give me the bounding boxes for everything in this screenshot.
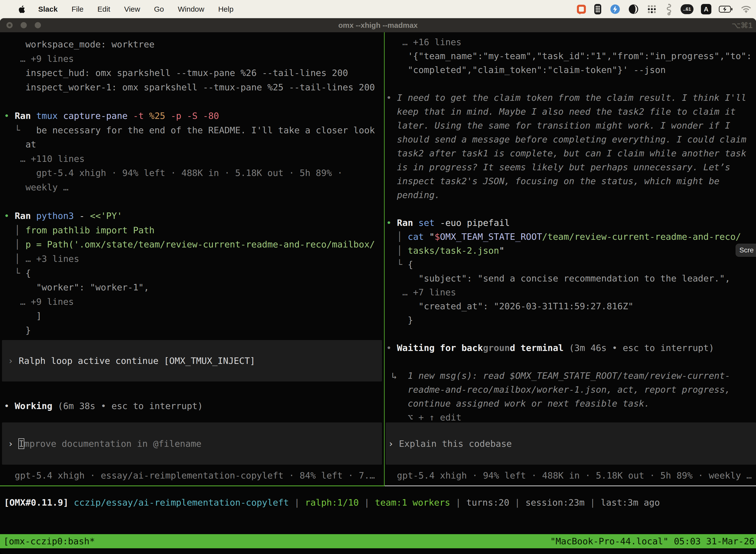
crescent-icon[interactable]	[628, 3, 639, 15]
terminal-window: omx --xhigh --madmax ⌥⌘1 workspace_mode:…	[0, 18, 756, 554]
terminal-content: workspace_mode: worktree … +9 lines insp…	[0, 32, 756, 554]
menu-item-edit[interactable]: Edit	[98, 5, 110, 13]
terminal-output-left: workspace_mode: worktree … +9 lines insp…	[0, 37, 384, 337]
terminal-output-right: … +16 lines '{"team_name":"my-team","tas…	[385, 35, 756, 425]
window-title: omx --xhigh --madmax	[0, 18, 756, 32]
window-shortcut-hint: ⌥⌘1	[732, 18, 753, 32]
badge-count: ..61	[681, 4, 693, 14]
battery-icon[interactable]	[719, 3, 733, 15]
tmux-host-clock: "MacBook-Pro-44.local" 05:03 31-Mar-26	[550, 536, 755, 546]
count-badge-icon[interactable]: ..61	[681, 3, 693, 15]
menu-item-go[interactable]: Go	[154, 5, 164, 13]
tmux-status-bar: [omx-cczip0:bash* "MacBook-Pro-44.local"…	[0, 534, 756, 548]
menu-item-help[interactable]: Help	[218, 5, 234, 13]
a-app-icon[interactable]: A	[701, 3, 711, 15]
hey-app-icon[interactable]	[577, 3, 586, 15]
menu-items: FileEditViewGoWindowHelp	[58, 5, 233, 13]
screenshot-toast[interactable]: Scre	[736, 244, 756, 257]
working-status-left: • Working (6m 38s • esc to interrupt)	[0, 399, 384, 413]
pane-left[interactable]: workspace_mode: worktree … +9 lines insp…	[0, 32, 384, 486]
pane-border-left	[0, 486, 384, 486]
window-titlebar[interactable]: omx --xhigh --madmax ⌥⌘1	[0, 18, 756, 32]
menu-item-window[interactable]: Window	[178, 5, 204, 13]
inject-banner-left[interactable]: › Ralph loop active continue [OMX_TMUX_I…	[2, 340, 382, 382]
keypad-icon[interactable]	[593, 3, 602, 15]
text-cursor: I	[19, 439, 24, 449]
menu-item-app[interactable]: Slack	[38, 5, 58, 13]
model-status-right: gpt-5.4 xhigh · 94% left · 488K in · 5.1…	[385, 468, 752, 483]
pane-right[interactable]: … +16 lines '{"team_name":"my-team","tas…	[385, 32, 756, 486]
dots-grid-icon[interactable]	[646, 3, 657, 15]
apple-menu-icon[interactable]	[18, 5, 25, 14]
pane-border-right	[385, 486, 756, 486]
screen: Slack FileEditViewGoWindowHelp	[0, 0, 756, 554]
prompt-input-right[interactable]: › Explain this codebase	[386, 423, 756, 465]
spark-bolt-icon[interactable]	[610, 3, 621, 15]
a-app-label: A	[701, 4, 711, 14]
wifi-icon[interactable]	[741, 3, 752, 15]
menu-status-icons: ..61 A	[569, 0, 752, 18]
squiggle-icon[interactable]	[665, 3, 673, 15]
omx-status-line: [OMX#0.11.9] cczip/essay/ai-reimplementa…	[4, 495, 660, 510]
model-status-left: gpt-5.4 xhigh · essay/ai-reimplementatio…	[0, 468, 375, 483]
prompt-input-left[interactable]: › Improve documentation in @filename	[2, 423, 382, 465]
menu-item-file[interactable]: File	[71, 5, 83, 13]
tmux-session-label[interactable]: [omx-cczip0:bash*	[3, 536, 95, 546]
menu-item-view[interactable]: View	[124, 5, 140, 13]
